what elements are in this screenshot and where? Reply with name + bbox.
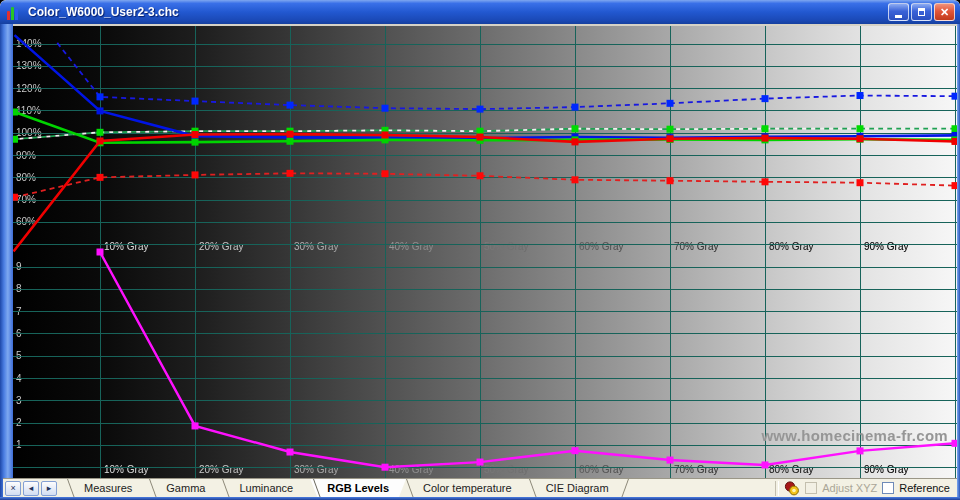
series-blue-reference-markers <box>97 92 958 113</box>
tab-label: Measures <box>84 482 132 494</box>
tab-gamma[interactable]: Gamma <box>149 479 222 497</box>
tab-luminance[interactable]: Luminance <box>222 479 310 497</box>
chart-plot <box>13 26 957 478</box>
tab-label: Gamma <box>166 482 205 494</box>
tab-label: CIE Diagram <box>546 482 609 494</box>
app-window: Color_W6000_User2-3.chc ✕ 140%130%120%11… <box>0 0 960 500</box>
series-red-reference-markers <box>13 170 957 201</box>
app-icon <box>7 5 23 20</box>
gridlines <box>13 26 957 478</box>
rgb-levels-chart: 140%130%120%110%100%90%80%70%60%98765432… <box>13 26 957 478</box>
series-red-reference-line <box>15 173 956 197</box>
reference-label: Reference <box>899 482 950 494</box>
adjust-xyz-checkbox <box>805 482 817 494</box>
close-button[interactable]: ✕ <box>934 3 955 21</box>
tab-cie-diagram[interactable]: CIE Diagram <box>529 479 626 497</box>
series-blue-level-line <box>15 35 956 138</box>
tab-nav-buttons: ×◂▸ <box>3 479 59 497</box>
previous-tab-button[interactable]: ◂ <box>23 481 39 496</box>
measure-icon <box>784 481 800 496</box>
adjust-xyz-label: Adjust XYZ <box>822 482 877 494</box>
tab-label: Color temperature <box>423 482 512 494</box>
close-tab-button[interactable]: × <box>5 481 21 496</box>
minimize-button[interactable] <box>888 3 909 21</box>
tab-label: RGB Levels <box>327 482 389 494</box>
window-title: Color_W6000_User2-3.chc <box>28 5 179 19</box>
window-frame-left <box>0 24 13 500</box>
reference-checkbox[interactable] <box>882 482 894 494</box>
bottom-tab-bar: ×◂▸ MeasuresGammaLuminanceRGB LevelsColo… <box>3 478 957 497</box>
series-red-level-line <box>14 134 956 251</box>
tab-measures[interactable]: Measures <box>67 479 149 497</box>
tab-rgb-levels[interactable]: RGB Levels <box>310 479 406 497</box>
tab-label: Luminance <box>239 482 293 494</box>
window-controls: ✕ <box>888 3 955 21</box>
next-tab-button[interactable]: ▸ <box>41 481 57 496</box>
maximize-button[interactable] <box>911 3 932 21</box>
title-bar[interactable]: Color_W6000_User2-3.chc ✕ <box>0 0 960 24</box>
minimize-icon <box>895 15 902 18</box>
statusbar-separator <box>775 481 779 496</box>
status-controls: Adjust XYZ Reference <box>775 479 957 497</box>
tab-color-temperature[interactable]: Color temperature <box>406 479 529 497</box>
maximize-icon <box>918 8 925 16</box>
tab-strip: MeasuresGammaLuminanceRGB LevelsColor te… <box>67 479 626 497</box>
watermark: www.homecinema-fr.com <box>761 427 948 444</box>
